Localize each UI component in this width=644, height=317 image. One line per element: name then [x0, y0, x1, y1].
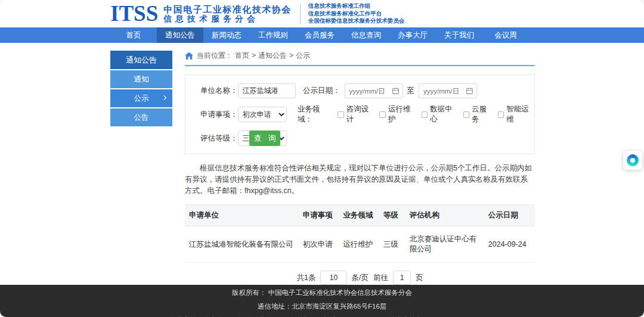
pagination-page-label: 页 — [416, 273, 423, 283]
browser-window: ITSS 中国电子工业标准化技术协会 信息技术服务分会 信息技术服务标准工作组 … — [0, 0, 644, 317]
checkbox-consulting-design[interactable]: 咨询设计 — [338, 104, 374, 125]
unit-name-label: 单位名称： — [200, 86, 238, 96]
sidebar-title-notices[interactable]: 通知公告 — [110, 51, 172, 69]
nav-item-service-hall[interactable]: 办事大厅 — [389, 27, 436, 43]
breadcrumb: 当前位置： 首页 > 通知公告 > 公示 — [185, 51, 535, 60]
sidebar-item-publicity[interactable]: 公示 — [110, 89, 172, 107]
publicity-table: 申请单位 申请事项 业务领域 等级 评估机构 公示日期 江苏盐城港智能化装备有限… — [185, 204, 535, 263]
header-divider — [300, 4, 301, 24]
breadcrumb-separator: > — [289, 51, 293, 60]
sidebar-item-notifications[interactable]: 通知 — [110, 70, 172, 88]
assessment-level-label: 评估等级： — [200, 133, 238, 144]
col-header-business-domain: 业务领域 — [340, 205, 381, 226]
search-filter-box: 单位名称： 公示日期： — [185, 74, 535, 154]
chevron-right-icon — [162, 95, 166, 100]
pagination-per-page-label: 条/页 — [351, 273, 368, 283]
nav-item-about-us[interactable]: 关于我们 — [436, 27, 482, 43]
breadcrumb-separator: > — [252, 51, 256, 60]
page-size-input[interactable] — [320, 271, 346, 285]
nav-item-member-services[interactable]: 会员服务 — [296, 27, 343, 43]
checkbox-label: 运行维护 — [388, 104, 416, 125]
publicity-date-label: 公示日期： — [303, 86, 340, 96]
checkbox-icon — [338, 111, 343, 118]
nav-item-conference-week[interactable]: 会议周 — [482, 27, 529, 43]
site-header: ITSS 中国电子工业标准化技术协会 信息技术服务分会 信息技术服务标准工作组 … — [0, 0, 644, 27]
sidebar-item-announcements[interactable]: 公告 — [110, 108, 172, 126]
business-domain-label: 业务领域： — [298, 104, 333, 125]
cell-applicant: 江苏盐城港智能化装备有限公司 — [185, 226, 301, 263]
nav-item-home[interactable]: 首页 — [110, 27, 157, 43]
checkbox-label: 云服务 — [472, 104, 493, 125]
nav-item-info-query[interactable]: 信息查询 — [343, 27, 389, 43]
date-range-separator: 至 — [407, 86, 415, 96]
cell-level: 三级 — [381, 226, 407, 263]
home-icon — [185, 52, 193, 60]
col-header-apply-item: 申请事项 — [301, 205, 341, 226]
apply-item-label: 申请事项： — [200, 110, 238, 120]
site-footer: 版权所有： 中国电子工业标准化技术协会信息技术服务分会 通信地址：北京市海淀区复… — [0, 285, 644, 317]
nav-item-notices[interactable]: 通知公告 — [157, 27, 203, 43]
cell-assessment-org: 北京赛迪认证中心有限公司 — [407, 226, 486, 263]
cell-publicity-date: 2024-09-24 — [486, 226, 535, 263]
nav-item-work-rules[interactable]: 工作规则 — [250, 27, 296, 43]
checkbox-label: 数据中心 — [430, 104, 458, 125]
date-field-start — [345, 83, 403, 98]
header-subtitles: 信息技术服务标准工作组 信息技术服务标准化工作平台 全国信标委信息技术服务分技术… — [308, 2, 405, 25]
checkbox-intelligent-operation[interactable]: 智能运维 — [498, 104, 534, 125]
table-row: 江苏盐城港智能化装备有限公司 初次申请 运行维护 三级 北京赛迪认证中心有限公司… — [185, 226, 535, 263]
col-header-applicant: 申请单位 — [185, 205, 301, 226]
pagination-total: 共1条 — [297, 273, 316, 283]
breadcrumb-current: 公示 — [296, 51, 310, 61]
checkbox-icon — [379, 111, 385, 118]
header-subtitle-1: 信息技术服务标准工作组 — [308, 2, 405, 10]
org-title: 中国电子工业标准化技术协会 信息技术服务分会 — [163, 4, 292, 24]
checkbox-operation-maintenance[interactable]: 运行维护 — [379, 104, 416, 125]
org-name-line1: 中国电子工业标准化技术协会 — [163, 4, 292, 14]
pagination-goto-label: 前往 — [373, 273, 388, 283]
footer-copyright: 版权所有： 中国电子工业标准化技术协会信息技术服务分会 — [232, 288, 412, 297]
checkbox-label: 咨询设计 — [346, 104, 374, 125]
query-button[interactable]: 查 询 — [249, 130, 280, 146]
swirl-icon — [627, 154, 639, 166]
checkbox-icon — [463, 111, 469, 118]
org-name-line2: 信息技术服务分会 — [163, 14, 292, 24]
floating-share-button[interactable] — [623, 151, 642, 170]
calendar-icon[interactable] — [392, 87, 400, 95]
checkbox-data-center[interactable]: 数据中心 — [422, 104, 458, 125]
cell-apply-item: 初次申请 — [301, 226, 341, 263]
calendar-icon[interactable] — [466, 87, 473, 95]
main-panel: 当前位置： 首页 > 通知公告 > 公示 单位名称： 公示日期： — [185, 51, 535, 285]
col-header-publicity-date: 公示日期 — [486, 205, 535, 226]
breadcrumb-rule — [185, 65, 535, 66]
page-content: 通知公告 通知 公示 公告 当前位置： 首页 > 通知公告 > — [0, 43, 644, 285]
sidebar-item-publicity-label: 公示 — [134, 94, 149, 102]
breadcrumb-location-label: 当前位置： — [197, 51, 233, 61]
sidebar-menu: 通知公告 通知 公示 公告 — [110, 51, 172, 285]
col-header-level: 等级 — [381, 205, 407, 226]
checkbox-icon — [498, 111, 504, 118]
table-header-row: 申请单位 申请事项 业务领域 等级 评估机构 公示日期 — [185, 205, 535, 226]
checkbox-cloud-service[interactable]: 云服务 — [463, 104, 493, 125]
footer-address: 通信地址：北京市海淀区复兴路65号F16层 — [258, 302, 387, 311]
apply-item-select[interactable]: 初次申请 — [238, 107, 287, 122]
header-subtitle-3: 全国信标委信息技术服务分技术委员会 — [308, 17, 405, 25]
checkbox-label: 智能运维 — [506, 104, 534, 125]
unit-name-input[interactable] — [238, 83, 296, 98]
itss-logo: ITSS — [110, 2, 158, 24]
header-subtitle-2: 信息技术服务标准化工作平台 — [308, 10, 405, 18]
pagination: 共1条 条/页 前往 页 — [185, 271, 535, 285]
goto-page-input[interactable] — [393, 271, 411, 285]
breadcrumb-section-link[interactable]: 通知公告 — [258, 51, 287, 61]
nav-item-news[interactable]: 新闻动态 — [203, 27, 250, 43]
date-field-end — [419, 83, 477, 98]
breadcrumb-home-link[interactable]: 首页 — [235, 51, 249, 61]
business-domain-group: 业务领域： 咨询设计 运行维护 数据中心 — [298, 104, 534, 125]
main-navbar: 首页 通知公告 新闻动态 工作规则 会员服务 信息查询 办事大厅 关于我们 会议… — [0, 27, 644, 43]
cell-business-domain: 运行维护 — [340, 226, 381, 263]
publicity-notice-text: 根据信息技术服务标准符合性评估相关规定，现对以下单位进行公示，公示期5个工作日。… — [185, 163, 535, 197]
col-header-assessment-org: 评估机构 — [407, 205, 486, 226]
checkbox-icon — [422, 111, 428, 118]
